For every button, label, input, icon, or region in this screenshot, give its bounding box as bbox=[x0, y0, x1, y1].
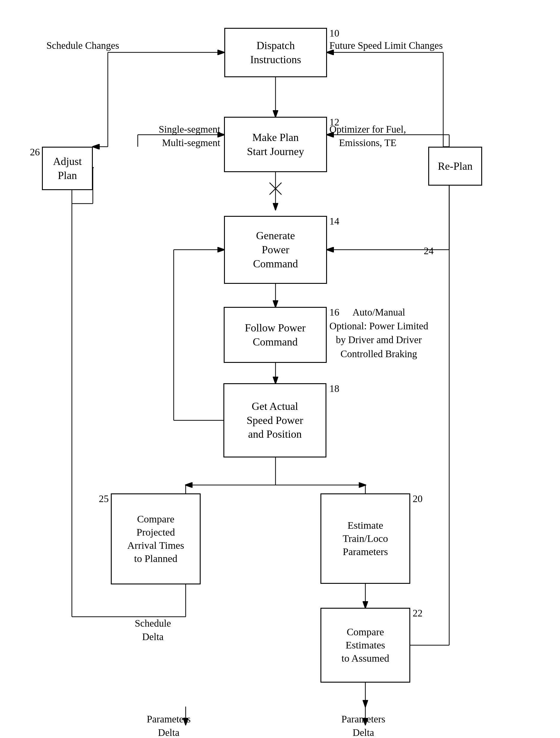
parameters-delta-left-label: ParametersDelta bbox=[147, 713, 191, 738]
generate-power-box: GeneratePowerCommand bbox=[224, 216, 327, 284]
number-10: 10 bbox=[329, 28, 339, 39]
auto-manual-label: Auto/ManualOptional: Power Limitedby Dri… bbox=[329, 305, 428, 361]
schedule-changes-label: Schedule Changes bbox=[46, 39, 119, 52]
adjust-plan-box: AdjustPlan bbox=[42, 147, 93, 190]
optimizer-label: Optimizer for Fuel,Emissions, TE bbox=[329, 123, 406, 149]
parameters-delta-right-label: ParametersDelta bbox=[341, 713, 385, 738]
number-22: 22 bbox=[413, 608, 423, 619]
svg-line-3 bbox=[270, 182, 281, 195]
schedule-delta-label: ScheduleDelta bbox=[135, 617, 171, 643]
dispatch-instructions-box: DispatchInstructions bbox=[224, 28, 327, 77]
get-actual-box: Get ActualSpeed Powerand Position bbox=[223, 383, 326, 457]
number-24: 24 bbox=[424, 246, 434, 257]
number-14: 14 bbox=[329, 216, 339, 227]
re-plan-box: Re-Plan bbox=[428, 147, 482, 186]
compare-estimates-box: CompareEstimatesto Assumed bbox=[320, 608, 410, 683]
number-20: 20 bbox=[413, 493, 423, 504]
number-26: 26 bbox=[30, 147, 40, 158]
compare-projected-box: CompareProjectedArrival Timesto Planned bbox=[111, 493, 201, 585]
arrows-svg bbox=[0, 0, 560, 738]
number-25: 25 bbox=[99, 493, 109, 504]
follow-power-box: Follow PowerCommand bbox=[224, 307, 327, 363]
svg-line-4 bbox=[270, 182, 281, 195]
make-plan-box: Make PlanStart Journey bbox=[224, 117, 327, 172]
flowchart-diagram: DispatchInstructions 10 Make PlanStart J… bbox=[0, 0, 560, 738]
future-speed-label: Future Speed Limit Changes bbox=[329, 39, 443, 52]
number-18: 18 bbox=[329, 383, 339, 394]
estimate-train-box: EstimateTrain/LocoParameters bbox=[320, 493, 410, 584]
single-segment-label: Single-segmentMulti-segment bbox=[159, 123, 220, 149]
